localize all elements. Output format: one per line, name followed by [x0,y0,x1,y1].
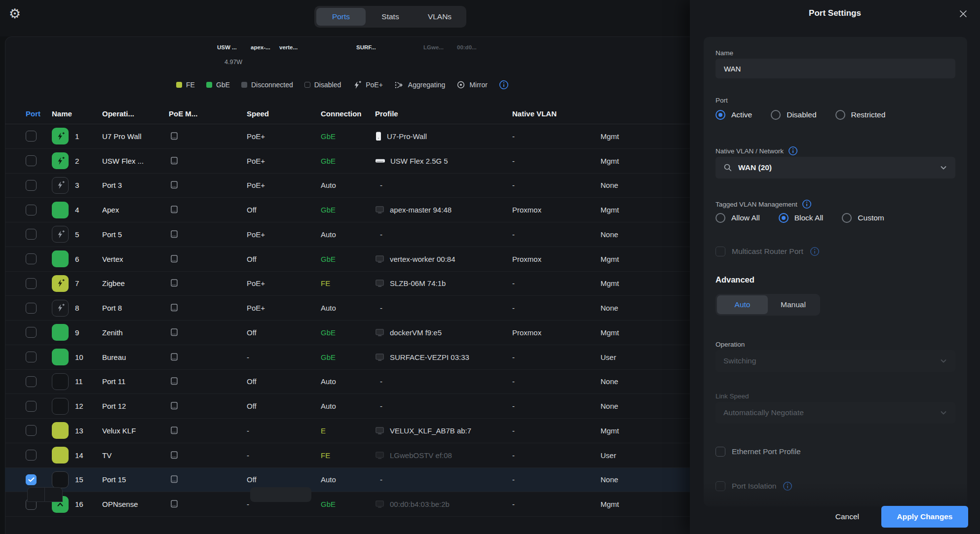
link-speed: FE [321,451,375,460]
table-row[interactable]: 10 Bureau - GbE SURFACE-VEZPI 03:33 - Us… [5,345,691,370]
column-header-vlan[interactable]: Native VLAN [512,109,601,118]
row-checkbox[interactable] [26,474,52,485]
profile: - [512,132,601,141]
connection-device-icon [375,279,385,287]
table-row[interactable]: 11 Port 11 Off Auto - - None [5,370,691,394]
row-checkbox[interactable] [26,401,52,412]
radio-active[interactable]: Active [716,110,752,120]
row-checkbox[interactable] [26,180,52,191]
column-header-port[interactable]: Port [26,109,52,118]
row-checkbox[interactable] [26,303,52,314]
name-input[interactable]: WAN [716,59,955,78]
table-row[interactable]: 7 Zigbee PoE+ FE SLZB-06M 74:1b - Mgmt [5,272,691,296]
table-row[interactable]: 14 TV - FE LGwebOSTV ef:08 - User [5,443,691,468]
port-name: Velux KLF [102,427,169,435]
table-row[interactable]: 13 Velux KLF - E VELUX_KLF_AB7B ab:7 - M… [5,419,691,443]
radio-block-all[interactable]: Block All [779,213,824,223]
radio-custom[interactable]: Custom [842,213,884,223]
advanced-mode-segmented: AutoManual [716,294,820,316]
port-name: OPNsense [102,500,169,508]
row-checkbox[interactable] [26,425,52,436]
tab-group: PortsStatsVLANs [314,6,466,28]
switch-device-icon [169,499,247,509]
apply-changes-button[interactable]: Apply Changes [881,506,968,528]
poe-mode: - [247,353,321,361]
row-checkbox[interactable] [26,229,52,240]
column-header-operation[interactable]: Operati... [102,109,169,118]
row-checkbox[interactable] [26,205,52,215]
switch-device-icon [169,327,247,338]
info-icon[interactable] [802,199,812,209]
switch-device-icon [169,180,247,190]
native-vlan: None [601,304,691,312]
table-row[interactable]: 2 USW Flex ... PoE+ GbE USW Flex 2.5G 5 … [5,149,691,174]
tab-vlans[interactable]: VLANs [415,8,464,26]
info-icon[interactable] [499,80,509,90]
radio-restricted[interactable]: Restricted [835,110,886,120]
native-vlan: None [601,377,691,386]
table-row[interactable]: 6 Vertex Off GbE vertex-worker 00:84 Pro… [5,247,691,272]
link-speed-select: Automatically Negotiate [716,402,955,424]
table-row[interactable]: 8 Port 8 PoE+ Auto - - None [5,296,691,320]
radio-allow-all[interactable]: Allow All [716,213,760,223]
table-row[interactable]: 9 Zenith Off GbE dockerVM f9:e5 Proxmox … [5,320,691,345]
column-header-connection[interactable]: Connection [321,109,375,118]
connection-name: - [380,377,382,386]
row-checkbox[interactable] [26,352,52,362]
connection-device-icon [375,255,385,263]
row-checkbox[interactable] [26,327,52,338]
legend-item-aggregating: Aggregating [394,81,446,89]
row-checkbox[interactable] [26,450,52,461]
rows-per-page-control[interactable] [250,487,311,502]
switch-device-icon [169,254,247,264]
tab-ports[interactable]: Ports [316,8,366,26]
device-port-label: USW ... [217,44,237,50]
table-row[interactable]: 3 Port 3 PoE+ Auto - - None [5,174,691,198]
ethernet-port-profile-checkbox[interactable] [716,447,725,457]
connection-device-icon [375,500,385,508]
column-header-poe[interactable]: PoE M... [169,109,247,118]
connection: U7-Pro-Wall [375,131,512,142]
connection-name: - [380,230,382,239]
profile: - [512,451,601,460]
pagination-buttons[interactable] [27,487,63,502]
segment-auto[interactable]: Auto [717,295,768,314]
column-header-profile[interactable]: Profile [375,109,512,118]
table-row[interactable]: 16 OPNsense - GbE 00:d0:b4:03:be:2b - Mg… [5,492,691,517]
poe-mode: PoE+ [247,230,321,239]
port-status-icon [52,177,69,194]
link-speed: Auto [321,181,375,189]
table-row[interactable]: 15 Port 15 Off Auto - - None [5,468,691,493]
table-row[interactable]: 4 Apex Off GbE apex-master 94:48 Proxmox… [5,198,691,222]
cancel-button[interactable]: Cancel [835,512,859,521]
profile: Proxmox [512,255,601,263]
info-icon[interactable] [788,146,798,156]
segment-manual[interactable]: Manual [768,295,819,314]
port-number: 1 [75,132,102,141]
connection: VELUX_KLF_AB7B ab:7 [375,427,512,435]
column-header-speed[interactable]: Speed [247,109,321,118]
poe-mode: - [247,427,321,435]
legend-item-disabled: Disabled [304,81,341,89]
close-icon[interactable] [958,9,968,19]
ethernet-port-profile-row[interactable]: Ethernet Port Profile [716,447,955,457]
table-row[interactable]: 5 Port 5 PoE+ Auto - - None [5,222,691,247]
row-checkbox[interactable] [26,278,52,289]
connection: apex-master 94:48 [375,206,512,214]
row-checkbox[interactable] [26,253,52,264]
poe-mode: - [247,451,321,460]
row-checkbox[interactable] [26,131,52,142]
settings-gear-icon[interactable]: ⚙ [9,6,21,22]
port-name: Port 8 [102,304,169,312]
table-row[interactable]: 1 U7 Pro Wall PoE+ GbE U7-Pro-Wall - Mgm… [5,124,691,149]
native-vlan-select[interactable]: WAN (20) [716,157,955,178]
row-checkbox[interactable] [26,155,52,166]
column-header-name[interactable]: Name [52,109,102,118]
table-row[interactable]: 12 Port 12 Off Auto - - None [5,394,691,419]
row-checkbox[interactable] [26,376,52,387]
radio-disabled[interactable]: Disabled [771,110,816,120]
port-number: 11 [75,377,102,386]
link-speed-label: Link Speed [716,392,955,400]
port-name: Apex [102,206,169,214]
tab-stats[interactable]: Stats [366,8,415,26]
